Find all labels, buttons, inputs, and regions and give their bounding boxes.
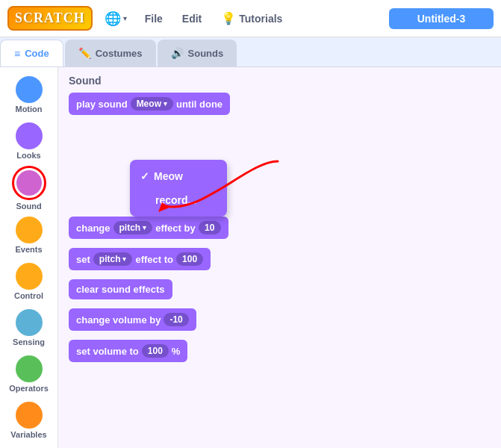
change-label: change	[76, 223, 111, 234]
tab-costumes[interactable]: ✏️ Costumes	[65, 40, 156, 66]
lightbulb-icon: 💡	[221, 11, 236, 25]
sidebar-label-operators: Operators	[9, 384, 49, 393]
sound-circle	[16, 170, 42, 196]
control-circle	[16, 263, 43, 290]
dropdown-item-meow[interactable]: ✓ Meow	[130, 164, 227, 188]
set-pitch-block[interactable]: set pitch ▾ effect to 100	[69, 248, 211, 270]
play-sound-suffix: until done	[176, 99, 223, 110]
set-volume-label: set volume to	[76, 346, 139, 357]
play-sound-dropdown[interactable]: Meow ▾	[131, 97, 173, 111]
edit-menu-button[interactable]: Edit	[176, 10, 208, 28]
change-dropdown-arrow: ▾	[143, 224, 146, 231]
sounds-tab-icon: 🔊	[171, 47, 184, 59]
scratch-logo: SCRATCH	[7, 6, 93, 31]
header: SCRATCH 🌐 ▾ File Edit 💡 Tutorials Untitl…	[0, 0, 501, 37]
clear-sound-effects-block[interactable]: clear sound effects	[69, 279, 172, 299]
change-pitch-block-row: change pitch ▾ effect by 10	[69, 217, 491, 243]
clear-label: clear sound effects	[76, 284, 165, 295]
sidebar-item-myblocks[interactable]: My Blocks	[3, 445, 55, 448]
sensing-circle	[16, 309, 43, 336]
play-sound-dropdown-value: Meow	[137, 99, 161, 109]
dropdown-arrow-icon: ▾	[164, 100, 167, 108]
change-value[interactable]: 10	[199, 221, 221, 234]
play-sound-block-row: play sound Meow ▾ until done	[69, 93, 491, 119]
tutorials-label: Tutorials	[239, 13, 282, 25]
sidebar-item-operators[interactable]: Operators	[3, 352, 55, 396]
set-effect-label: effect to	[135, 254, 173, 265]
sidebar-label-looks: Looks	[16, 151, 40, 160]
play-sound-block[interactable]: play sound Meow ▾ until done	[69, 93, 230, 115]
set-volume-value[interactable]: 100	[142, 344, 169, 358]
variables-circle	[16, 402, 43, 429]
set-dropdown-arrow: ▾	[122, 255, 126, 263]
sidebar-item-motion[interactable]: Motion	[3, 73, 55, 116]
project-title-input[interactable]: Untitled-3	[389, 8, 494, 29]
sound-highlight-ring	[12, 166, 46, 200]
header-right: Untitled-3	[389, 8, 494, 29]
sidebar-label-sound: Sound	[16, 202, 41, 211]
tab-costumes-label: Costumes	[96, 48, 143, 59]
set-label: set	[76, 254, 90, 265]
change-volume-block-row: change volume by -10	[69, 308, 491, 335]
checkmark-icon: ✓	[140, 170, 149, 182]
play-sound-label: play sound	[76, 99, 128, 110]
code-tab-icon: ≡	[14, 48, 20, 60]
clear-sound-effects-block-row: clear sound effects	[69, 279, 491, 304]
language-button[interactable]: 🌐 ▾	[100, 7, 131, 30]
sidebar-item-sound[interactable]: Sound	[12, 166, 46, 211]
change-effect-label: effect by	[155, 223, 195, 234]
tab-sounds[interactable]: 🔊 Sounds	[158, 40, 237, 66]
sidebar-item-events[interactable]: Events	[3, 214, 55, 257]
change-volume-block[interactable]: change volume by -10	[69, 308, 196, 331]
globe-icon: 🌐	[105, 10, 121, 27]
set-pitch-block-row: set pitch ▾ effect to 100	[69, 248, 491, 275]
change-dropdown[interactable]: pitch ▾	[113, 221, 153, 234]
dropdown-item-meow-label: Meow	[154, 170, 183, 182]
sidebar-item-looks[interactable]: Looks	[3, 119, 55, 163]
tabs-row: ≡ Code ✏️ Costumes 🔊 Sounds	[0, 37, 501, 67]
set-value[interactable]: 100	[176, 252, 203, 266]
file-menu-button[interactable]: File	[139, 10, 169, 28]
set-volume-block-row: set volume to 100 %	[69, 340, 491, 367]
change-dropdown-value: pitch	[119, 223, 141, 233]
section-title: Sound	[69, 75, 491, 87]
operators-circle	[16, 355, 43, 382]
motion-circle	[16, 76, 43, 103]
blocks-area: Sound play sound Meow ▾ until done ✓ Meo…	[58, 67, 501, 448]
sound-dropdown-menu: ✓ Meow record...	[130, 160, 227, 217]
sidebar-label-sensing: Sensing	[13, 337, 45, 346]
tab-sounds-label: Sounds	[188, 48, 224, 59]
change-pitch-block[interactable]: change pitch ▾ effect by 10	[69, 217, 228, 239]
sidebar-item-sensing[interactable]: Sensing	[3, 306, 55, 349]
sidebar-item-control[interactable]: Control	[3, 260, 55, 303]
sidebar: Motion Looks Sound Events Control Sensin…	[0, 67, 58, 448]
dropdown-item-record[interactable]: record...	[130, 188, 227, 212]
volume-label: change volume by	[76, 314, 161, 326]
main-area: Motion Looks Sound Events Control Sensin…	[0, 67, 501, 448]
sidebar-label-control: Control	[14, 291, 43, 300]
sidebar-label-events: Events	[15, 245, 42, 254]
set-dropdown-value: pitch	[99, 254, 121, 264]
chevron-down-icon: ▾	[123, 14, 127, 22]
tab-code-label: Code	[25, 48, 49, 59]
sidebar-label-motion: Motion	[15, 105, 42, 113]
volume-value[interactable]: -10	[164, 313, 188, 326]
set-dropdown[interactable]: pitch ▾	[93, 252, 133, 266]
dropdown-item-record-label: record...	[155, 194, 196, 206]
events-circle	[16, 217, 43, 243]
tab-code[interactable]: ≡ Code	[0, 40, 63, 66]
set-volume-suffix: %	[172, 346, 181, 357]
looks-circle	[16, 122, 43, 149]
tutorials-button[interactable]: 💡 Tutorials	[215, 8, 288, 28]
set-volume-block[interactable]: set volume to 100 %	[69, 340, 187, 362]
sidebar-item-variables[interactable]: Variables	[3, 399, 55, 442]
sidebar-label-variables: Variables	[10, 430, 46, 439]
costumes-tab-icon: ✏️	[78, 47, 91, 59]
